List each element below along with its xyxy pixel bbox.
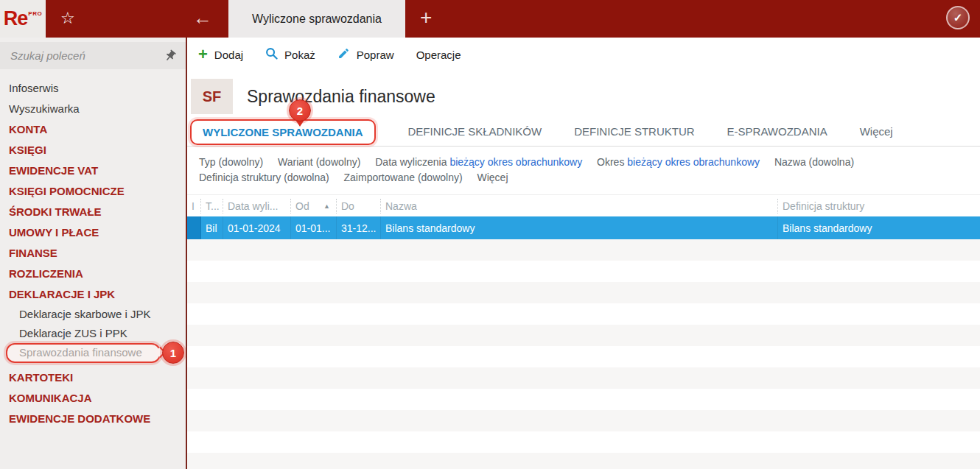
operations-button[interactable]: Operacje bbox=[416, 49, 461, 61]
column-header-info[interactable]: I bbox=[187, 199, 201, 214]
sidebar-item-rozliczenia[interactable]: ROZLICZENIA bbox=[9, 264, 186, 284]
column-header-do[interactable]: Do bbox=[337, 199, 381, 214]
tab-definicje-struktur[interactable]: DEFINICJE STRUKTUR bbox=[574, 125, 694, 138]
pencil-icon bbox=[337, 47, 350, 62]
filter-definicja-struktury[interactable]: Definicja struktury (dowolna) bbox=[199, 172, 329, 183]
topbar: RePRO ☆ ← Wyliczone sprawozdania + ✓ bbox=[0, 0, 980, 38]
table-row-selected[interactable]: Bil 01-01-2024 01-01... 31-12... Bilans … bbox=[187, 216, 980, 239]
sidebar-item-ksiegi-pomocnicze[interactable]: KSIĘGI POMOCNICZE bbox=[9, 181, 186, 202]
filter-okres-value[interactable]: bieżący okres obrachunkowy bbox=[627, 156, 760, 168]
main-panel: + Dodaj Pokaż Popraw Operacje SF Spraw bbox=[187, 38, 980, 469]
filter-data-wyliczenia-value[interactable]: bieżący okres obrachunkowy bbox=[449, 156, 582, 168]
column-header-definicja-struktury[interactable]: Definicja struktury bbox=[778, 199, 980, 214]
tab-wiecej[interactable]: Więcej bbox=[860, 125, 893, 138]
sidebar-item-sprawozdania-finansowe[interactable]: Sprawozdania finansowe bbox=[9, 343, 186, 362]
tab-bar: WYLICZONE SPRAWOZDANIA DEFINICJE SKŁADNI… bbox=[187, 124, 980, 147]
sort-asc-icon: ▲ bbox=[323, 199, 330, 214]
sidebar-item-konta[interactable]: KONTA bbox=[9, 119, 186, 140]
toolbar: + Dodaj Pokaż Popraw Operacje bbox=[187, 38, 980, 71]
row-cell-data-wyliczenia: 01-01-2024 bbox=[223, 216, 291, 239]
row-cell-nazwa: Bilans standardowy bbox=[381, 216, 778, 239]
filter-nazwa[interactable]: Nazwa (dowolna) bbox=[774, 156, 854, 168]
status-check-icon[interactable]: ✓ bbox=[946, 6, 970, 29]
tab-wyliczone-sprawozdania[interactable]: WYLICZONE SPRAWOZDANIA bbox=[190, 119, 376, 145]
sidebar-item-ewidencje-dodatkowe[interactable]: EWIDENCJE DODATKOWE bbox=[9, 409, 186, 429]
sidebar-item-deklaracje-zus-ppk[interactable]: Deklaracje ZUS i PPK bbox=[9, 324, 186, 343]
sidebar-item-umowy-i-place[interactable]: UMOWY I PŁACE bbox=[9, 222, 186, 243]
table-header: I T... Data wyli... Od ▲ Do Nazwa Defini… bbox=[187, 194, 980, 216]
sidebar-item-kartoteki[interactable]: KARTOTEKI bbox=[9, 367, 186, 388]
edit-button-label: Popraw bbox=[357, 49, 394, 61]
search-input[interactable] bbox=[10, 49, 159, 62]
filter-zaimportowane[interactable]: Zaimportowane (dowolny) bbox=[344, 172, 463, 183]
magnifier-icon bbox=[265, 47, 278, 62]
page-title: Sprawozdania finansowe bbox=[247, 87, 435, 107]
page-header: SF Sprawozdania finansowe bbox=[191, 79, 980, 114]
row-cell-do: 31-12... bbox=[337, 216, 381, 239]
row-cell-od: 01-01... bbox=[291, 216, 337, 239]
sidebar: Infoserwis Wyszukiwarka KONTA KSIĘGI EWI… bbox=[0, 38, 187, 469]
filter-bar: Typ (dowolny) Wariant (dowolny) Data wyl… bbox=[187, 147, 980, 194]
module-badge: SF bbox=[191, 79, 233, 114]
show-button[interactable]: Pokaż bbox=[265, 47, 315, 62]
row-cell-typ: Bil bbox=[201, 216, 223, 239]
column-header-nazwa[interactable]: Nazwa bbox=[381, 199, 778, 214]
sidebar-item-infoserwis[interactable]: Infoserwis bbox=[9, 78, 186, 99]
filter-line-2: Definicja struktury (dowolna) Zaimportow… bbox=[199, 170, 980, 186]
sidebar-item-deklaracje-skarbowe[interactable]: Deklaracje skarbowe i JPK bbox=[9, 305, 186, 324]
sidebar-item-wyszukiwarka[interactable]: Wyszukiwarka bbox=[9, 99, 186, 119]
column-header-od[interactable]: Od ▲ bbox=[291, 199, 337, 214]
back-arrow-icon[interactable]: ← bbox=[193, 6, 212, 29]
filter-data-wyliczenia[interactable]: Data wyliczenia bieżący okres obrachunko… bbox=[375, 156, 582, 168]
filter-wiecej[interactable]: Więcej bbox=[477, 172, 508, 183]
sidebar-item-deklaracje-i-jpk[interactable]: DEKLARACJE I JPK bbox=[9, 284, 186, 305]
sidebar-item-ewidencje-vat[interactable]: EWIDENCJE VAT bbox=[9, 161, 186, 181]
app-logo-pro-label: PRO bbox=[28, 10, 42, 17]
column-header-data-wyliczenia[interactable]: Data wyli... bbox=[223, 199, 291, 214]
app-window: RePRO ☆ ← Wyliczone sprawozdania + ✓ Inf… bbox=[0, 0, 980, 469]
command-search-box bbox=[0, 42, 186, 69]
window-tab-active[interactable]: Wyliczone sprawozdania bbox=[228, 0, 405, 38]
sidebar-item-finanse[interactable]: FINANSE bbox=[9, 243, 186, 264]
sidebar-item-srodki-trwale[interactable]: ŚRODKI TRWAŁE bbox=[9, 202, 186, 222]
sidebar-item-komunikacja[interactable]: KOMUNIKACJA bbox=[9, 388, 186, 409]
app-logo-text: Re bbox=[4, 7, 28, 30]
filter-okres[interactable]: Okres bieżący okres obrachunkowy bbox=[597, 156, 760, 168]
table-empty-area bbox=[187, 239, 980, 469]
operations-button-label: Operacje bbox=[416, 49, 461, 61]
plus-icon: + bbox=[198, 47, 208, 62]
row-cell-definicja-struktury: Bilans standardowy bbox=[778, 216, 980, 239]
column-header-typ[interactable]: T... bbox=[201, 199, 223, 214]
app-logo: RePRO bbox=[0, 0, 46, 38]
row-indicator-cell bbox=[187, 216, 201, 239]
filter-line-1: Typ (dowolny) Wariant (dowolny) Data wyl… bbox=[199, 155, 980, 170]
filter-wariant[interactable]: Wariant (dowolny) bbox=[278, 156, 360, 168]
new-tab-plus-icon[interactable]: + bbox=[420, 4, 432, 31]
filter-typ[interactable]: Typ (dowolny) bbox=[199, 156, 263, 168]
add-button[interactable]: + Dodaj bbox=[198, 47, 243, 62]
add-button-label: Dodaj bbox=[214, 49, 243, 61]
sidebar-item-ksiegi[interactable]: KSIĘGI bbox=[9, 140, 186, 161]
favorites-star-icon[interactable]: ☆ bbox=[60, 9, 75, 28]
tab-e-sprawozdania[interactable]: E-SPRAWOZDANIA bbox=[727, 125, 827, 138]
pin-icon[interactable] bbox=[161, 46, 179, 65]
edit-button[interactable]: Popraw bbox=[337, 47, 394, 62]
tab-definicje-skladnikow[interactable]: DEFINICJE SKŁADNIKÓW bbox=[408, 125, 542, 138]
sidebar-menu: Infoserwis Wyszukiwarka KONTA KSIĘGI EWI… bbox=[0, 69, 186, 429]
show-button-label: Pokaż bbox=[284, 49, 315, 61]
